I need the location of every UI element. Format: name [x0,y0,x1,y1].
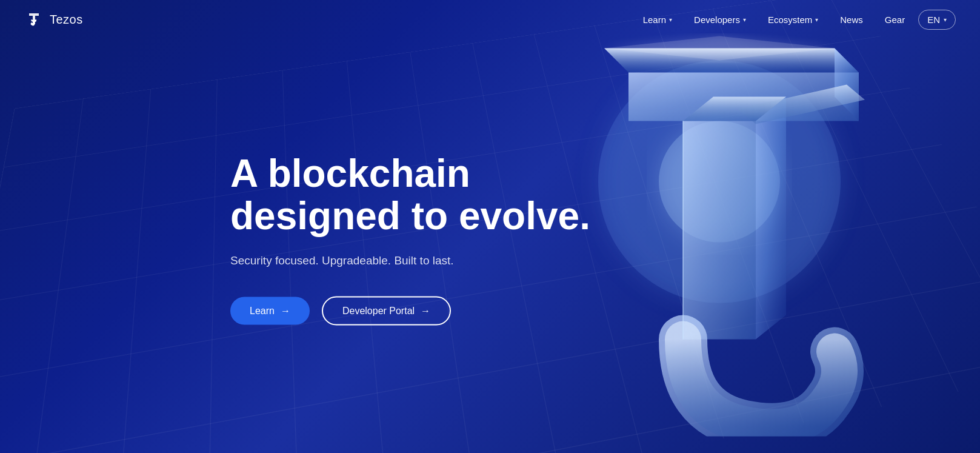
logo[interactable]: Tezos [24,10,83,29]
developer-portal-button[interactable]: Developer Portal → [322,297,451,326]
svg-marker-6 [756,96,786,339]
hero-content: A blockchain designed to evolve. Securit… [230,152,606,326]
chevron-down-icon: ▾ [944,16,947,23]
nav-item-ecosystem[interactable]: Ecosystem ▾ [759,10,827,30]
hero-buttons: Learn → Developer Portal → [230,297,606,326]
svg-marker-5 [683,121,756,339]
chevron-down-icon: ▾ [815,16,818,23]
arrow-right-icon: → [421,306,430,317]
tezos-logo-icon [24,10,44,29]
logo-text: Tezos [50,13,83,27]
hero-section: Tezos Learn ▾ Developers ▾ Ecosystem ▾ N… [0,0,980,453]
nav-item-developers[interactable]: Developers ▾ [685,10,755,30]
navbar: Tezos Learn ▾ Developers ▾ Ecosystem ▾ N… [0,0,980,39]
nav-links: Learn ▾ Developers ▾ Ecosystem ▾ News Ge… [635,10,956,30]
nav-item-news[interactable]: News [832,10,872,30]
chevron-down-icon: ▾ [743,16,746,23]
learn-button[interactable]: Learn → [230,297,310,325]
chevron-down-icon: ▾ [669,16,672,23]
language-selector[interactable]: EN ▾ [918,10,956,30]
hero-subtitle: Security focused. Upgradeable. Built to … [230,254,606,267]
arrow-right-icon: → [281,306,290,317]
hero-title: A blockchain designed to evolve. [230,152,606,237]
nav-item-gear[interactable]: Gear [876,10,913,30]
nav-item-learn[interactable]: Learn ▾ [635,10,681,30]
